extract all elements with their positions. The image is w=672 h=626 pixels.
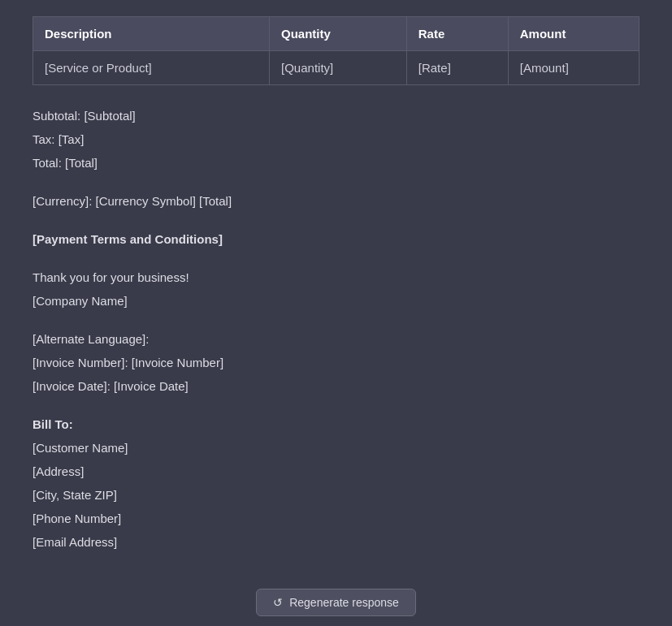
subtotal-line: Subtotal: [Subtotal] [33,105,639,127]
email-address: [Email Address] [33,531,639,553]
bill-to-label: Bill To: [33,413,639,435]
regenerate-bar: ↺ Regenerate response [0,579,672,626]
cell-amount: [Amount] [508,51,639,85]
invoice-date-label: [Invoice Date]: [Invoice Date] [33,375,639,397]
regenerate-button[interactable]: ↺ Regenerate response [256,589,416,616]
regenerate-icon: ↺ [273,596,283,609]
payment-terms: [Payment Terms and Conditions] [33,228,639,250]
col-header-rate: Rate [406,17,508,51]
cell-quantity: [Quantity] [270,51,407,85]
city-state-zip: [City, State ZIP] [33,484,639,506]
alternate-language-section: [Alternate Language]: [Invoice Number]: … [33,328,639,397]
bill-to-section: Bill To: [Customer Name] [Address] [City… [33,413,639,553]
currency-section: [Currency]: [Currency Symbol] [Total] [33,190,639,212]
address: [Address] [33,460,639,482]
invoice-number-label: [Invoice Number]: [Invoice Number] [33,352,639,373]
summary-section: Subtotal: [Subtotal] Tax: [Tax] Total: [… [33,105,639,174]
col-header-amount: Amount [508,17,639,51]
phone-number: [Phone Number] [33,507,639,529]
customer-name: [Customer Name] [33,437,639,459]
thank-you-text: Thank you for your business! [33,266,639,288]
table-row: [Service or Product] [Quantity] [Rate] [… [33,51,639,85]
invoice-table: Description Quantity Rate Amount [Servic… [33,16,639,85]
payment-terms-section: [Payment Terms and Conditions] [33,228,639,250]
tax-line: Tax: [Tax] [33,128,639,150]
cell-description: [Service or Product] [33,51,270,85]
thank-you-section: Thank you for your business! [Company Na… [33,266,639,312]
col-header-description: Description [33,17,270,51]
total-line: Total: [Total] [33,152,639,174]
regenerate-label: Regenerate response [289,596,399,609]
alternate-language-label: [Alternate Language]: [33,328,639,350]
company-name: [Company Name] [33,290,639,312]
currency-line: [Currency]: [Currency Symbol] [Total] [33,190,639,212]
col-header-quantity: Quantity [270,17,407,51]
cell-rate: [Rate] [406,51,508,85]
